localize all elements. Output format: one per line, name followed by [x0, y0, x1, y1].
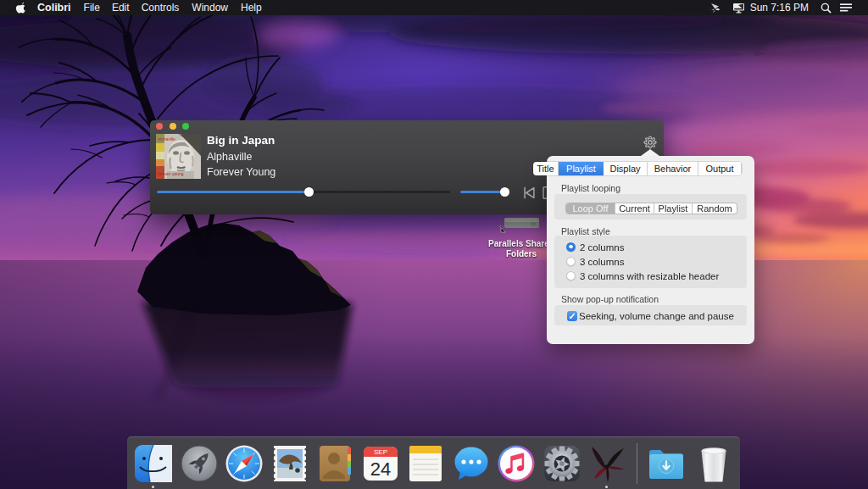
svg-text:forever young: forever young	[158, 171, 184, 176]
svg-text:24: 24	[370, 458, 390, 480]
svg-text:SEP: SEP	[373, 448, 387, 456]
svg-text:alphaville: alphaville	[158, 136, 175, 142]
